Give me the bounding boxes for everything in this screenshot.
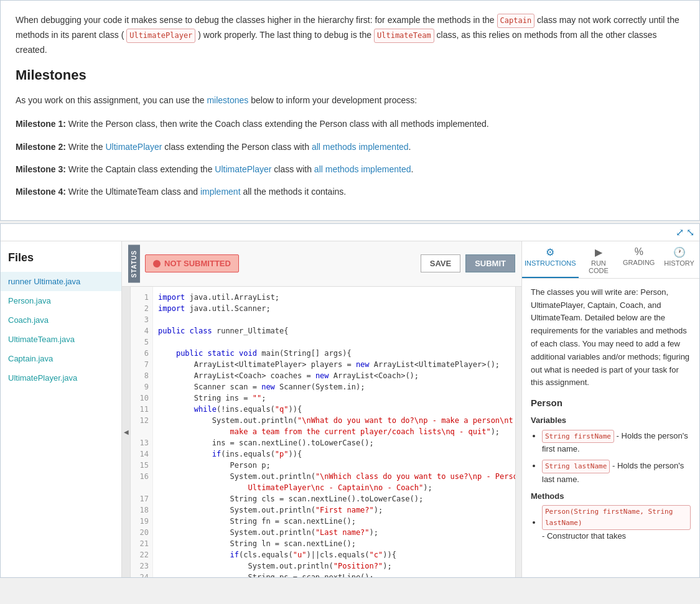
milestone-4: Milestone 4: Write the UltimateTeam clas…	[16, 185, 684, 198]
tab-grading-label: GRADING	[623, 259, 655, 266]
right-panel: ⚙ INSTRUCTIONS ▶ RUN CODE % GRADING 🕐 HI…	[522, 241, 699, 577]
right-tabs: ⚙ INSTRUCTIONS ▶ RUN CODE % GRADING 🕐 HI…	[522, 241, 699, 279]
methods-subtitle: Methods	[531, 490, 691, 503]
code-area: STATUS NOT SUBMITTED SAVE SUBMIT ◀ 12345…	[122, 241, 522, 577]
file-item-ultimateteam[interactable]: UltimateTeam.java	[1, 330, 121, 349]
tab-grading[interactable]: % GRADING	[618, 241, 659, 278]
file-item-captain[interactable]: Captain.java	[1, 349, 121, 368]
status-label: STATUS	[128, 245, 140, 283]
expand-icon-2[interactable]: ⤡	[686, 226, 694, 238]
milestone-4-label: Milestone 4:	[16, 187, 66, 197]
line-numbers: 12345 678910 11121314 15161718 192021222…	[131, 287, 153, 577]
file-item-ultimateplayer[interactable]: UltimatePlayer.java	[1, 368, 121, 388]
files-title: Files	[1, 246, 121, 272]
all-methods-link-3[interactable]: all methods implemented	[314, 164, 411, 174]
captain-tag: Captain	[497, 14, 535, 28]
milestone-1: Milestone 1: Write the Person class, the…	[16, 117, 684, 131]
variables-subtitle: Variables	[531, 414, 691, 427]
variables-list: String firstName - Holds the person's fi…	[531, 430, 691, 486]
run-code-icon: ▶	[581, 246, 617, 258]
submit-button[interactable]: SUBMIT	[465, 254, 515, 272]
not-submitted-text: NOT SUBMITTED	[164, 259, 231, 268]
file-item-coach[interactable]: Coach.java	[1, 310, 121, 330]
tab-run-code-label: RUN CODE	[589, 259, 609, 274]
file-item-person[interactable]: Person.java	[1, 291, 121, 310]
file-item-runner[interactable]: runner Ultimate.java	[1, 272, 121, 291]
tab-run-code[interactable]: ▶ RUN CODE	[579, 241, 619, 278]
milestone-3-label: Milestone 3:	[16, 164, 66, 174]
milestones-title: Milestones	[16, 67, 684, 83]
milestone-2: Milestone 2: Write the UltimatePlayer cl…	[16, 140, 684, 154]
instruction-panel: When debugging your code it makes sense …	[0, 0, 700, 221]
right-content: The classes you will write are: Person, …	[522, 279, 699, 577]
expand-icon-1[interactable]: ⤢	[676, 226, 684, 238]
tab-history[interactable]: 🕐 HISTORY	[659, 241, 699, 278]
method-constructor: Person(String firstName, String lastName…	[542, 505, 691, 542]
methods-list: Person(String firstName, String lastName…	[531, 505, 691, 542]
milestone-2-label: Milestone 2:	[16, 142, 66, 152]
code-editor-wrapper: ◀ 12345 678910 11121314 15161718 1920212…	[122, 287, 521, 577]
tab-instructions[interactable]: ⚙ INSTRUCTIONS	[522, 241, 579, 278]
scrollbar[interactable]	[515, 287, 521, 577]
ide-top-bar: ⤢ ⤡	[1, 224, 699, 241]
variable-lastname: String lastName - Holds the person's las…	[542, 460, 691, 486]
instructions-icon: ⚙	[525, 246, 576, 258]
files-sidebar: Files runner Ultimate.java Person.java C…	[1, 241, 122, 577]
milestone-1-label: Milestone 1:	[16, 119, 66, 129]
person-section-title: Person	[531, 396, 691, 411]
grading-icon: %	[621, 246, 656, 258]
all-methods-link-2[interactable]: all methods implemented	[312, 142, 409, 152]
ultimate-team-tag: UltimateTeam	[374, 29, 434, 43]
collapse-handle[interactable]: ◀	[122, 287, 131, 577]
right-intro: The classes you will write are: Person, …	[531, 286, 691, 389]
ide-section: ⤢ ⤡ Files runner Ultimate.java Person.ja…	[0, 223, 700, 578]
milestones-intro: As you work on this assignment, you can …	[16, 93, 684, 107]
milestones-link[interactable]: milestones	[207, 95, 248, 105]
implement-link[interactable]: implement	[200, 187, 241, 197]
ultimate-player-link-3[interactable]: UltimatePlayer	[215, 164, 271, 174]
save-button[interactable]: SAVE	[421, 254, 460, 272]
constructor-tag: Person(String firstName, String lastName…	[542, 505, 691, 529]
firstname-tag: String firstName	[542, 430, 614, 444]
ultimate-player-link[interactable]: UltimatePlayer	[105, 142, 162, 152]
instruction-intro: When debugging your code it makes sense …	[16, 13, 684, 57]
history-icon: 🕐	[661, 246, 697, 258]
code-toolbar: STATUS NOT SUBMITTED SAVE SUBMIT	[122, 241, 521, 287]
tab-instructions-label: INSTRUCTIONS	[525, 259, 576, 267]
variable-firstname: String firstName - Holds the person's fi…	[542, 430, 691, 456]
ultimate-player-tag: UltimatePlayer	[126, 29, 195, 43]
code-content[interactable]: import java.util.ArrayList; import java.…	[153, 287, 515, 577]
status-dot	[153, 260, 161, 267]
ide-body: Files runner Ultimate.java Person.java C…	[1, 241, 699, 577]
not-submitted-badge: NOT SUBMITTED	[145, 254, 239, 272]
milestone-3: Milestone 3: Write the Captain class ext…	[16, 162, 684, 176]
lastname-tag: String lastName	[542, 460, 610, 473]
tab-history-label: HISTORY	[664, 259, 694, 267]
